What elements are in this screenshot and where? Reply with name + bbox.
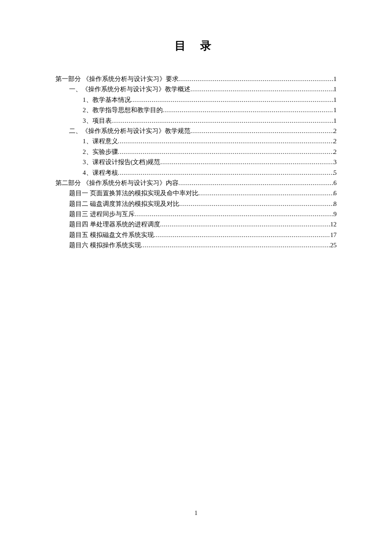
toc-entry-page: 2 xyxy=(334,126,337,136)
toc-entry-label: 题目一 页面置换算法的模拟实现及命中率对比 xyxy=(69,188,199,198)
toc-entry-label: 第一部分 《操作系统分析与设计实习》要求 xyxy=(55,74,179,84)
toc-entry: 一、《操作系统分析与设计实习》教学概述 1 xyxy=(55,84,337,94)
toc-entry: 第二部分 《操作系统分析与设计实习》内容 6 xyxy=(55,178,337,188)
toc-entry-page: 6 xyxy=(334,178,337,188)
toc-dots xyxy=(161,158,334,167)
toc-dots xyxy=(160,220,330,229)
toc-entry: 二、《操作系统分析与设计实习》教学规范 2 xyxy=(55,126,337,136)
toc-dots xyxy=(190,127,334,136)
toc-entry-label: 题目二 磁盘调度算法的模拟实现及对比 xyxy=(69,199,179,209)
toc-entry-page: 9 xyxy=(334,209,337,219)
toc-dots xyxy=(141,241,330,250)
toc-entry-label: 题目三 进程同步与互斥 xyxy=(69,209,135,219)
toc-entry: 题目四 单处理器系统的进程调度12 xyxy=(55,219,337,229)
toc-entry: 4、课程考核5 xyxy=(55,168,337,178)
page-number: 1 xyxy=(0,510,392,517)
toc-entry-page: 2 xyxy=(334,136,337,146)
toc-entry-page: 6 xyxy=(334,188,337,198)
toc-entry-page: 1 xyxy=(334,116,337,126)
toc-entry-page: 1 xyxy=(334,74,337,84)
toc-dots xyxy=(131,95,334,105)
toc-entry: 题目一 页面置换算法的模拟实现及命中率对比 6 xyxy=(55,188,337,198)
toc-entry-label: 4、课程考核 xyxy=(83,168,118,178)
toc-dots xyxy=(179,199,334,209)
toc-entry-label: 题目五 模拟磁盘文件系统实现 xyxy=(69,230,154,240)
toc-entry-label: 题目四 单处理器系统的进程调度 xyxy=(69,219,160,229)
toc-dots xyxy=(199,189,334,198)
toc-entry: 题目六 模拟操作系统实现25 xyxy=(55,240,337,250)
toc-list: 第一部分 《操作系统分析与设计实习》要求 1一、《操作系统分析与设计实习》教学概… xyxy=(55,74,337,251)
toc-entry-label: 一、《操作系统分析与设计实习》教学概述 xyxy=(69,84,190,94)
toc-dots xyxy=(118,168,334,178)
toc-entry: 题目二 磁盘调度算法的模拟实现及对比8 xyxy=(55,199,337,209)
toc-entry-label: 3、项目表 xyxy=(83,116,112,126)
toc-entry-label: 第二部分 《操作系统分析与设计实习》内容 xyxy=(55,178,179,188)
toc-entry: 2、实验步骤2 xyxy=(55,147,337,157)
toc-dots xyxy=(118,137,334,146)
toc-entry: 1、教学基本情况1 xyxy=(55,95,337,105)
toc-entry-label: 题目六 模拟操作系统实现 xyxy=(69,240,141,250)
toc-dots xyxy=(163,106,334,115)
toc-entry-page: 3 xyxy=(334,157,337,167)
toc-entry-page: 1 xyxy=(334,95,337,105)
toc-entry-page: 1 xyxy=(334,105,337,115)
toc-entry: 题目三 进程同步与互斥9 xyxy=(55,209,337,219)
toc-entry-label: 2、教学指导思想和教学目的 xyxy=(83,105,163,115)
toc-dots xyxy=(112,116,334,126)
toc-entry-label: 3、课程设计报告(文档)规范 xyxy=(83,157,161,167)
toc-entry-label: 1、教学基本情况 xyxy=(83,95,131,105)
toc-dots xyxy=(179,179,334,188)
toc-dots xyxy=(190,85,334,94)
toc-entry: 1、课程意义2 xyxy=(55,136,337,146)
toc-entry-page: 12 xyxy=(330,219,337,229)
toc-entry-page: 5 xyxy=(334,168,337,178)
toc-entry: 第一部分 《操作系统分析与设计实习》要求 1 xyxy=(55,74,337,84)
toc-dots xyxy=(135,210,334,219)
toc-entry: 题目五 模拟磁盘文件系统实现17 xyxy=(55,230,337,240)
toc-entry: 2、教学指导思想和教学目的1 xyxy=(55,105,337,115)
toc-entry-page: 2 xyxy=(334,147,337,157)
toc-entry-page: 1 xyxy=(334,84,337,94)
toc-entry-label: 2、实验步骤 xyxy=(83,147,118,157)
toc-entry: 3、课程设计报告(文档)规范 3 xyxy=(55,157,337,167)
toc-entry-page: 17 xyxy=(330,230,337,240)
toc-dots xyxy=(179,75,334,84)
toc-entry-label: 1、课程意义 xyxy=(83,136,118,146)
toc-dots xyxy=(154,231,330,240)
document-page: 目 录 第一部分 《操作系统分析与设计实习》要求 1一、《操作系统分析与设计实习… xyxy=(0,0,392,251)
toc-entry-label: 二、《操作系统分析与设计实习》教学规范 xyxy=(69,126,190,136)
toc-entry: 3、项目表1 xyxy=(55,116,337,126)
toc-title: 目 录 xyxy=(55,38,337,53)
toc-entry-page: 8 xyxy=(334,199,337,209)
toc-entry-page: 25 xyxy=(330,240,337,250)
toc-dots xyxy=(118,147,334,157)
